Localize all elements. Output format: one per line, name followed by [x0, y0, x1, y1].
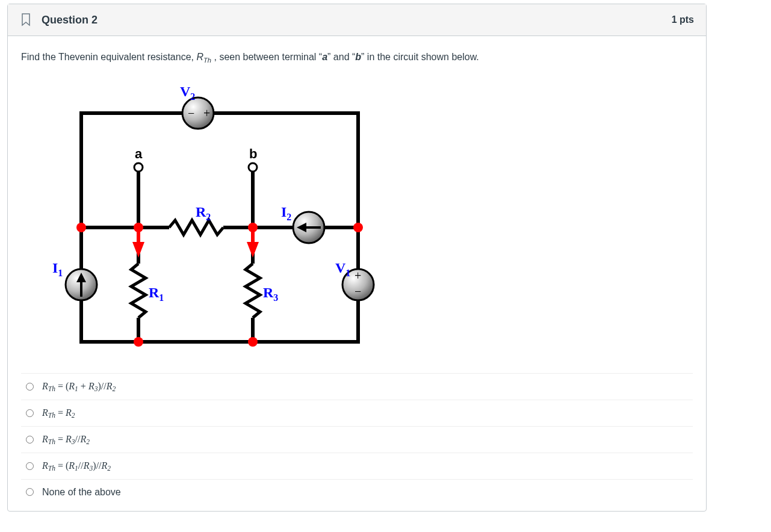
- label-v2: V: [180, 84, 191, 99]
- terminal-b: b: [355, 52, 361, 62]
- label-v1s: 1: [345, 268, 350, 278]
- prompt-mid: , seen between terminal “: [211, 52, 322, 62]
- label-i2s: 2: [286, 212, 291, 222]
- svg-text:+: +: [355, 269, 361, 282]
- svg-text:R2: R2: [196, 204, 211, 222]
- label-i1s: 1: [58, 268, 63, 278]
- label-i2: I: [281, 204, 286, 220]
- answer-option-2[interactable]: RTh = R2: [21, 400, 693, 427]
- bookmark-icon[interactable]: [20, 13, 32, 27]
- label-terminal-b: b: [249, 146, 257, 161]
- label-r1s: 1: [159, 292, 164, 303]
- rth-var: R: [196, 52, 203, 62]
- svg-point-38: [248, 337, 258, 347]
- svg-text:−: −: [355, 285, 361, 298]
- answer-radio-5[interactable]: [26, 488, 34, 496]
- svg-point-34: [134, 223, 143, 232]
- prompt-between: ” and “: [327, 52, 355, 62]
- svg-text:R1: R1: [149, 285, 164, 303]
- label-r1: R: [149, 285, 159, 300]
- label-r2: R: [196, 204, 206, 220]
- terminal-a: a: [322, 52, 327, 62]
- answer-text-4: RTh = (R1//R3)//R2: [42, 460, 111, 472]
- label-v2s: 2: [190, 91, 195, 102]
- label-v1: V: [335, 260, 346, 276]
- answer-list: RTh = (R1 + R3)//R2 RTh = R2 RTh = R3//R…: [21, 373, 693, 505]
- svg-text:I1: I1: [52, 260, 63, 278]
- answer-text-2: RTh = R2: [42, 407, 75, 419]
- svg-point-33: [76, 223, 86, 232]
- answer-radio-1[interactable]: [26, 383, 34, 391]
- label-r3s: 3: [273, 292, 278, 303]
- circuit-diagram: − + V2 a b R2 I2: [21, 77, 382, 362]
- label-r2s: 2: [206, 212, 211, 222]
- label-terminal-a: a: [135, 146, 143, 161]
- svg-text:V1: V1: [335, 260, 350, 278]
- prompt-text-pre: Find the Thevenin equivalent resistance,: [21, 52, 196, 62]
- label-i1: I: [52, 260, 58, 276]
- answer-text-5: None of the above: [42, 487, 121, 498]
- question-points: 1 pts: [672, 14, 694, 25]
- question-card: Question 2 1 pts Find the Thevenin equiv…: [7, 4, 707, 512]
- svg-point-6: [134, 163, 143, 172]
- answer-option-4[interactable]: RTh = (R1//R3)//R2: [21, 453, 693, 480]
- question-title: Question 2: [42, 14, 98, 26]
- svg-text:I2: I2: [281, 204, 291, 222]
- svg-point-36: [353, 223, 363, 232]
- answer-option-1[interactable]: RTh = (R1 + R3)//R2: [21, 374, 693, 400]
- answer-text-3: RTh = R3//R2: [42, 434, 90, 445]
- question-prompt: Find the Thevenin equivalent resistance,…: [21, 52, 693, 64]
- svg-text:+: +: [203, 107, 210, 120]
- question-header: Question 2 1 pts: [8, 4, 706, 36]
- label-r3: R: [263, 285, 274, 300]
- answer-radio-2[interactable]: [26, 409, 34, 417]
- svg-point-8: [249, 163, 257, 172]
- svg-point-35: [248, 223, 258, 232]
- answer-radio-4[interactable]: [26, 462, 34, 470]
- svg-text:−: −: [188, 107, 194, 120]
- answer-option-3[interactable]: RTh = R3//R2: [21, 427, 693, 453]
- svg-text:R3: R3: [263, 285, 278, 303]
- answer-option-5[interactable]: None of the above: [21, 480, 693, 505]
- prompt-post: ” in the circuit shown below.: [361, 52, 479, 62]
- svg-point-37: [134, 337, 143, 347]
- answer-radio-3[interactable]: [26, 436, 34, 444]
- svg-text:V2: V2: [180, 84, 195, 102]
- rth-sub: Th: [203, 57, 211, 64]
- question-body: Find the Thevenin equivalent resistance,…: [8, 36, 706, 511]
- answer-text-1: RTh = (R1 + R3)//R2: [42, 381, 116, 392]
